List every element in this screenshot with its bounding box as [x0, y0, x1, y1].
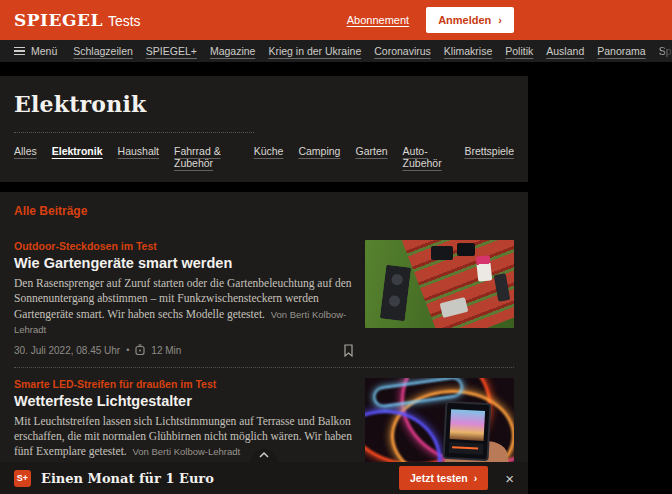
article-meta: 30. Juli 2022, 08.45 Uhr • 12 Min [14, 344, 354, 357]
tab-garten[interactable]: Garten [355, 145, 387, 169]
category-panel: Elektronik Alles Elektronik Haushalt Fah… [0, 76, 528, 182]
page: SPIEGEL Tests Abonnement Anmelden › Menü… [0, 0, 672, 494]
banner-offer-text: Einen Monat für 1 Euro [41, 471, 214, 486]
smart-plug-graphic [431, 246, 453, 260]
bookmark-icon[interactable] [343, 344, 354, 357]
hamburger-icon [14, 47, 25, 56]
spiegel-logo[interactable]: SPIEGEL Tests [14, 10, 141, 30]
logo-wordmark: SPIEGEL [14, 10, 103, 30]
chevron-right-icon: › [474, 472, 478, 484]
article-date: 30. Juli 2022, 08.45 Uhr [14, 345, 120, 356]
nav-item-spiegel-plus[interactable]: SPIEGEL+ [146, 45, 197, 57]
menu-button[interactable]: Menü [14, 45, 57, 57]
category-tabs: Alles Elektronik Haushalt Fahrrad & Zube… [14, 145, 514, 169]
header-actions: Abonnement Anmelden › [347, 7, 514, 33]
top-header-inner: SPIEGEL Tests Abonnement Anmelden › [0, 0, 528, 40]
jetzt-testen-button[interactable]: Jetzt testen › [399, 466, 488, 490]
menu-label: Menü [31, 45, 57, 57]
nav-item-panorama[interactable]: Panorama [597, 45, 645, 57]
article-text: Outdoor-Steckdosen im Test Wie Gartenger… [14, 240, 354, 357]
tab-brettspiele[interactable]: Brettspiele [464, 145, 514, 169]
nav-item-magazine[interactable]: Magazine [210, 45, 256, 57]
tab-haushalt[interactable]: Haushalt [118, 145, 159, 169]
nav-item-klimakrise[interactable]: Klimakrise [444, 45, 492, 57]
nav-item-politik[interactable]: Politik [505, 45, 533, 57]
anmelden-button[interactable]: Anmelden › [426, 7, 514, 33]
main-nav: Menü Schlagzeilen SPIEGEL+ Magazine Krie… [0, 40, 672, 62]
tab-alles[interactable]: Alles [14, 145, 37, 169]
article-title[interactable]: Wie Gartengeräte smart werden [14, 255, 354, 271]
article-kicker[interactable]: Smarte LED-Streifen für draußen im Test [14, 378, 354, 390]
article-thumbnail-led-strips[interactable] [365, 378, 514, 466]
nav-item-sport-clipped[interactable]: Sport [659, 45, 672, 57]
subscription-banner: S+ Einen Monat für 1 Euro Jetzt testen ›… [0, 462, 528, 494]
nav-items: Schlagzeilen SPIEGEL+ Magazine Krieg in … [73, 45, 672, 57]
divider [14, 132, 254, 133]
nav-item-schlagzeilen[interactable]: Schlagzeilen [73, 45, 133, 57]
reading-time-icon [135, 344, 145, 357]
divider [14, 367, 514, 368]
tab-camping[interactable]: Camping [298, 145, 340, 169]
nav-item-coronavirus[interactable]: Coronavirus [374, 45, 431, 57]
abonnement-link[interactable]: Abonnement [347, 14, 409, 26]
article-teaser-text: Den Rasensprenger auf Zuruf starten oder… [14, 276, 354, 338]
page-title: Elektronik [14, 91, 514, 117]
article-read-time: 12 Min [151, 345, 181, 356]
cta-label: Jetzt testen [410, 472, 468, 484]
chevron-up-icon [258, 449, 270, 461]
top-header: SPIEGEL Tests Abonnement Anmelden › [0, 0, 672, 40]
smart-plug-graphic [380, 265, 411, 322]
logo-suffix: Tests [108, 13, 141, 29]
tab-fahrrad-zubehoer[interactable]: Fahrrad & Zubehör [174, 145, 239, 169]
anmelden-label: Anmelden [438, 14, 491, 26]
tab-auto-zubehoer[interactable]: Auto-Zubehör [403, 145, 450, 169]
feed-heading: Alle Beiträge [14, 204, 514, 218]
tab-kueche[interactable]: Küche [254, 145, 284, 169]
smart-plug-graphic [476, 255, 493, 281]
close-icon[interactable]: × [505, 471, 514, 486]
tab-elektronik[interactable]: Elektronik [52, 145, 103, 169]
article-author: Von Berti Kolbow-Lehradt [132, 446, 240, 457]
nav-item-ausland[interactable]: Ausland [546, 45, 584, 57]
article-teaser[interactable]: Outdoor-Steckdosen im Test Wie Gartenger… [14, 240, 514, 357]
chevron-right-icon: › [498, 15, 502, 26]
article-teaser-text: Mit Leuchtstreifen lassen sich Lichtstim… [14, 414, 354, 460]
banner-expand-tab[interactable] [251, 449, 277, 475]
smart-plug-graphic [457, 243, 475, 256]
nav-item-krieg-in-der-ukraine[interactable]: Krieg in der Ukraine [268, 45, 361, 57]
smartphone-graphic [443, 400, 492, 460]
spiegel-plus-badge: S+ [14, 470, 31, 487]
article-title[interactable]: Wetterfeste Lichtgestalter [14, 393, 354, 409]
meta-separator: • [126, 345, 129, 355]
article-thumbnail-garden-plugs[interactable] [365, 240, 514, 328]
article-kicker[interactable]: Outdoor-Steckdosen im Test [14, 240, 354, 252]
